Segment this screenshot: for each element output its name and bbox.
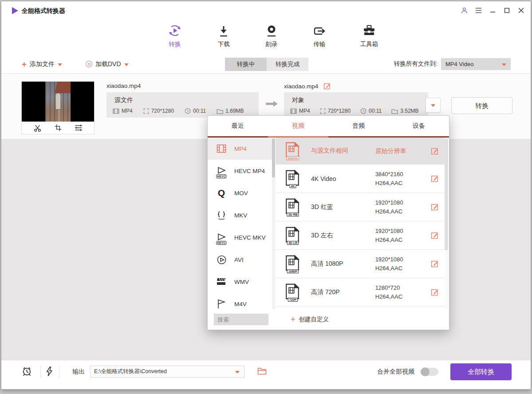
effects-sliders-icon[interactable] — [74, 123, 83, 132]
tab-finished[interactable]: 转换完成 — [267, 58, 308, 71]
popup-tab-device[interactable]: 设备 — [389, 116, 449, 136]
schedule-clock-icon[interactable] — [21, 366, 32, 377]
popup-tab-audio[interactable]: 音频 — [328, 116, 389, 136]
resolution-icon — [320, 108, 326, 114]
format-list: MP4 HEVC HEVC MP4 Q MOV MKV — [208, 138, 275, 310]
format-select-popup: 最近 视频 音频 设备 MP4 HEVC HEVC MP4 Q — [207, 115, 449, 330]
output-label: 输出 — [72, 368, 85, 376]
circle-play-icon — [216, 254, 227, 265]
target-info-panel: 对象 MP4 720*1280 00:11 3.52MB — [284, 92, 428, 118]
preset-hd-1080p[interactable]: 1080P 高清 1080P 1920*1080H264,AAC — [276, 250, 446, 278]
rename-edit-icon[interactable] — [323, 83, 331, 90]
preset-3d-left-right[interactable]: 3D LR 3D 左右 1920*1080H264,AAC — [276, 221, 446, 250]
format-item-mkv[interactable]: MKV — [208, 204, 275, 226]
merge-all-toggle[interactable] — [421, 368, 438, 376]
format-item-hevc-mkv[interactable]: HEVC HEVC MKV — [208, 226, 275, 248]
divider — [40, 365, 41, 378]
burn-disc-icon — [250, 22, 293, 38]
app-title: 全能格式转换器 — [22, 7, 65, 15]
tab-download[interactable]: 下载 — [202, 22, 245, 48]
target-filename: xiaodao.mp4 — [284, 83, 331, 90]
format-item-mp4[interactable]: MP4 — [208, 138, 275, 160]
target-format-dropdown-button[interactable] — [426, 98, 441, 113]
edit-preset-icon[interactable] — [431, 288, 438, 296]
popup-tab-recent[interactable]: 最近 — [208, 116, 268, 136]
add-files-button[interactable]: + 添加文件 — [22, 55, 62, 73]
tab-convert-label: 转换 — [154, 40, 196, 48]
main-nav: 转换 下载 刻录 传输 — [1, 19, 531, 55]
divider — [59, 365, 60, 378]
tab-convert[interactable]: 转换 — [154, 22, 196, 48]
4k-video-icon: 4K — [285, 170, 300, 188]
popup-tab-video[interactable]: 视频 — [268, 116, 328, 136]
menu-icon[interactable] — [475, 7, 482, 14]
preset-list-scrollbar[interactable] — [445, 138, 448, 310]
1080p-video-icon: 1080P — [285, 255, 300, 273]
preset-4k-video[interactable]: 4K 4K Video 3840*2160H264,AAC — [276, 165, 446, 193]
tab-transfer[interactable]: 传输 — [298, 22, 341, 48]
format-item-wmv[interactable]: WMV — [208, 271, 275, 293]
plus-icon: + — [291, 315, 296, 323]
toggle-knob — [421, 367, 430, 376]
clock-icon — [360, 108, 366, 114]
tab-converting[interactable]: 转换中 — [225, 58, 267, 71]
preset-3d-red-blue[interactable]: 3D RB 3D 红蓝 1920*1080H264,AAC — [276, 193, 446, 221]
video-thumbnail — [21, 81, 95, 134]
chevron-down-icon — [502, 63, 506, 66]
format-item-mov[interactable]: Q MOV — [208, 182, 275, 204]
quicktime-icon: Q — [216, 187, 227, 199]
account-icon[interactable] — [461, 7, 468, 14]
tab-toolbox-label: 工具箱 — [348, 40, 390, 48]
load-dvd-button[interactable]: 加载DVD — [86, 55, 129, 73]
hevc-play-icon: HEVC — [216, 165, 227, 177]
film-icon — [113, 108, 119, 114]
hevc-play-icon: HEVC — [216, 232, 227, 243]
film-icon — [290, 108, 297, 114]
chevron-down-icon[interactable] — [235, 371, 240, 374]
app-logo-play-icon — [12, 7, 18, 14]
close-button[interactable] — [517, 7, 524, 14]
bottom-bar: 输出 合并全部视频 全部转换 — [1, 360, 531, 382]
format-list-scrollbar[interactable] — [272, 138, 275, 310]
popup-footer: + 创建自定义 — [208, 309, 449, 330]
high-speed-icon[interactable] — [44, 366, 55, 377]
maximize-button[interactable] — [503, 7, 510, 14]
minimize-button[interactable] — [489, 7, 496, 14]
chevron-down-icon — [58, 63, 62, 66]
preset-hd-720p[interactable]: 720P 高清 720P 1280*720H264,AAC — [276, 278, 446, 307]
format-item-avi[interactable]: AVI — [208, 248, 275, 271]
tab-burn-label: 刻录 — [250, 40, 293, 48]
source-info-panel: 源文件 MP4 720*1280 00:11 1.69MB — [106, 92, 259, 118]
output-path-input[interactable] — [91, 369, 235, 375]
edit-preset-icon[interactable] — [431, 203, 438, 211]
tab-burn[interactable]: 刻录 — [250, 22, 293, 48]
trim-scissors-icon[interactable] — [33, 123, 42, 132]
edit-preset-icon[interactable] — [431, 147, 438, 155]
source-filename: xiaodao.mp4 — [106, 83, 141, 89]
toolbox-icon — [348, 22, 390, 38]
edit-preset-icon[interactable] — [431, 260, 438, 268]
flag-icon — [216, 298, 227, 310]
edit-preset-icon[interactable] — [431, 232, 438, 239]
folder-icon — [217, 108, 223, 114]
format-item-m4v[interactable]: M4V — [208, 293, 275, 310]
convert-all-to-label: 转换所有文件到: — [394, 60, 437, 68]
clock-icon — [185, 108, 191, 114]
thumbnail-image — [22, 82, 94, 122]
3d-lr-video-icon: 3D LR — [285, 227, 300, 244]
crop-icon[interactable] — [54, 123, 63, 132]
720p-video-icon: 720P — [285, 284, 300, 301]
plus-icon: + — [22, 60, 27, 68]
clapperboard-icon — [216, 276, 227, 288]
output-format-select[interactable]: MP4 Video — [441, 58, 511, 70]
open-output-folder-icon[interactable] — [257, 367, 267, 375]
format-item-hevc-mp4[interactable]: HEVC HEVC MP4 — [208, 160, 275, 182]
tab-toolbox[interactable]: 工具箱 — [348, 22, 390, 48]
search-input[interactable] — [214, 314, 268, 325]
create-custom-button[interactable]: + 创建自定义 — [291, 315, 329, 323]
convert-file-button[interactable]: 转换 — [451, 97, 512, 114]
3d-rb-video-icon: 3D RB — [285, 198, 300, 216]
preset-same-as-source[interactable]: source 与源文件相同 原始分辨率 — [276, 138, 446, 165]
edit-preset-icon[interactable] — [431, 175, 438, 182]
convert-all-button[interactable]: 全部转换 — [450, 363, 512, 380]
